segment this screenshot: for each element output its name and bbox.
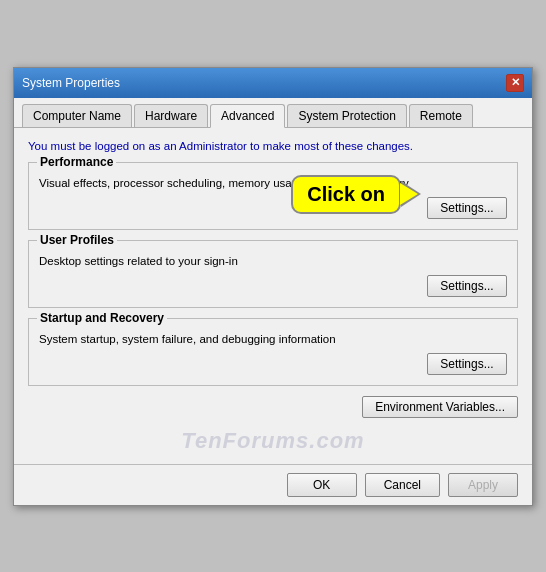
close-button[interactable]: ✕: [506, 74, 524, 92]
callout-text: Click on: [307, 183, 385, 205]
performance-btn-row: Settings...: [39, 197, 507, 219]
cancel-button[interactable]: Cancel: [365, 473, 440, 497]
window-title: System Properties: [22, 76, 120, 90]
admin-notice: You must be logged on as an Administrato…: [28, 140, 518, 152]
callout: Click on: [291, 175, 421, 214]
startup-section: Startup and Recovery System startup, sys…: [28, 318, 518, 386]
startup-btn-row: Settings...: [39, 353, 507, 375]
performance-section: Performance Visual effects, processor sc…: [28, 162, 518, 230]
environment-variables-button[interactable]: Environment Variables...: [362, 396, 518, 418]
bottom-bar: OK Cancel Apply: [14, 464, 532, 505]
tab-advanced[interactable]: Advanced: [210, 104, 285, 128]
startup-title: Startup and Recovery: [37, 311, 167, 325]
env-variables-row: Environment Variables...: [28, 396, 518, 418]
tab-computer-name[interactable]: Computer Name: [22, 104, 132, 127]
system-properties-window: System Properties ✕ Computer Name Hardwa…: [13, 67, 533, 506]
user-profiles-title: User Profiles: [37, 233, 117, 247]
tabs-bar: Computer Name Hardware Advanced System P…: [14, 98, 532, 128]
user-profiles-section: User Profiles Desktop settings related t…: [28, 240, 518, 308]
callout-bubble: Click on: [291, 175, 401, 214]
performance-title: Performance: [37, 155, 116, 169]
performance-settings-row: Click on Settings...: [39, 197, 507, 219]
user-profiles-btn-row: Settings...: [39, 275, 507, 297]
performance-desc: Visual effects, processor scheduling, me…: [39, 177, 507, 189]
tab-hardware[interactable]: Hardware: [134, 104, 208, 127]
ok-button[interactable]: OK: [287, 473, 357, 497]
user-profiles-settings-button[interactable]: Settings...: [427, 275, 507, 297]
user-profiles-desc: Desktop settings related to your sign-in: [39, 255, 507, 267]
tab-content: You must be logged on as an Administrato…: [14, 128, 532, 464]
title-bar: System Properties ✕: [14, 68, 532, 98]
callout-arrow-wrapper: [401, 181, 421, 207]
startup-settings-button[interactable]: Settings...: [427, 353, 507, 375]
apply-button[interactable]: Apply: [448, 473, 518, 497]
tab-remote[interactable]: Remote: [409, 104, 473, 127]
performance-settings-button[interactable]: Settings...: [427, 197, 507, 219]
watermark: TenForums.com: [28, 424, 518, 454]
startup-desc: System startup, system failure, and debu…: [39, 333, 507, 345]
tab-system-protection[interactable]: System Protection: [287, 104, 406, 127]
callout-arrow-fill: [400, 183, 418, 205]
